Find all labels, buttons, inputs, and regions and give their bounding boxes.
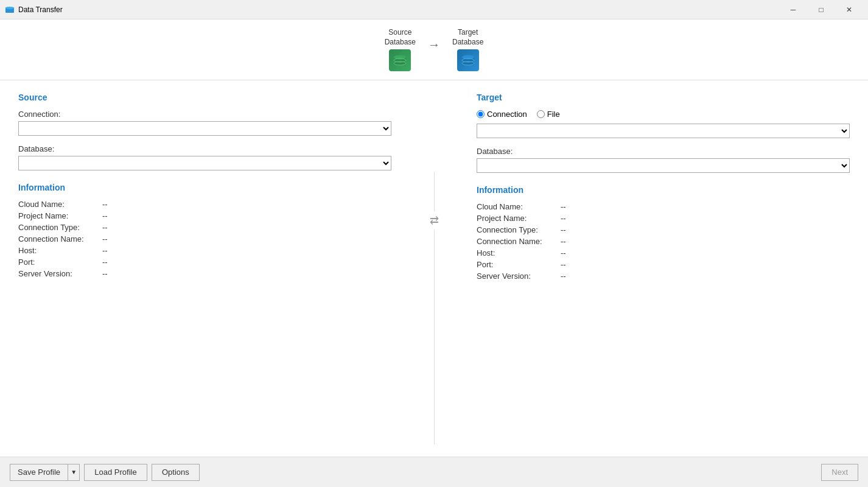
target-info-value: -- <box>561 237 566 246</box>
target-info-row: Connection Type:-- <box>477 225 850 234</box>
target-connection-group <box>477 124 850 138</box>
swap-arrow-icon: ⇄ <box>427 211 441 229</box>
target-database-select[interactable] <box>477 158 850 173</box>
source-info-row: Project Name:-- <box>18 211 391 220</box>
target-info-value: -- <box>561 214 566 223</box>
connection-radio-label: Connection <box>487 110 527 119</box>
source-info-value: -- <box>102 223 108 232</box>
target-info-key: Server Version: <box>477 272 556 281</box>
title-bar-left: Data Transfer <box>5 5 63 15</box>
minimize-button[interactable]: ─ <box>779 0 807 19</box>
source-database-group: Database: <box>18 144 391 170</box>
source-database-label: Database: <box>18 144 391 153</box>
source-database-select[interactable] <box>18 156 391 170</box>
wizard-arrow: → <box>423 38 445 52</box>
target-info-key: Connection Name: <box>477 237 556 246</box>
target-info-key: Host: <box>477 248 556 258</box>
target-info-table: Cloud Name:--Project Name:--Connection T… <box>477 202 850 281</box>
source-info-row: Connection Type:-- <box>18 223 391 232</box>
target-info-row: Cloud Name:-- <box>477 202 850 211</box>
target-database-group: Database: <box>477 147 850 173</box>
target-info-key: Project Name: <box>477 214 556 223</box>
save-profile-dropdown-button[interactable]: ▼ <box>68 464 80 481</box>
source-info-key: Host: <box>18 246 97 255</box>
svg-point-1 <box>5 7 14 9</box>
source-title: Source <box>18 93 391 102</box>
bottom-left-buttons: Save Profile ▼ Load Profile Options <box>10 464 200 481</box>
file-radio[interactable] <box>537 110 545 118</box>
bottom-bar: Save Profile ▼ Load Profile Options Next <box>0 457 868 487</box>
file-radio-label: File <box>547 110 560 119</box>
source-connection-group: Connection: <box>18 110 391 136</box>
target-step-label: TargetDatabase <box>452 28 483 47</box>
target-info-key: Connection Type: <box>477 225 556 234</box>
target-info-row: Host:-- <box>477 248 850 258</box>
source-step-label: SourceDatabase <box>385 28 416 47</box>
target-info-title: Information <box>477 185 850 195</box>
center-divider: ⇄ <box>416 93 452 444</box>
target-info-row: Server Version:-- <box>477 272 850 281</box>
source-info-table: Cloud Name:--Project Name:--Connection T… <box>18 200 391 278</box>
target-radio-group: Connection File <box>477 110 850 119</box>
source-info-key: Connection Name: <box>18 234 97 244</box>
wizard-steps: SourceDatabase → TargetDatabase <box>385 28 484 71</box>
source-connection-label: Connection: <box>18 110 391 119</box>
options-button[interactable]: Options <box>152 464 200 481</box>
target-connection-select[interactable] <box>477 124 850 138</box>
target-info-key: Port: <box>477 260 556 269</box>
maximize-button[interactable]: □ <box>807 0 835 19</box>
app-icon <box>5 5 15 15</box>
main-content: Source Connection: Database: Information… <box>0 80 868 457</box>
source-info-section: Information Cloud Name:--Project Name:--… <box>18 183 391 278</box>
source-info-key: Port: <box>18 258 97 267</box>
connection-radio[interactable] <box>477 110 485 118</box>
target-info-value: -- <box>561 225 566 234</box>
source-info-key: Server Version: <box>18 269 97 278</box>
source-info-key: Project Name: <box>18 211 97 220</box>
target-info-row: Project Name:-- <box>477 214 850 223</box>
load-profile-button[interactable]: Load Profile <box>84 464 147 481</box>
target-db-svg <box>460 52 477 69</box>
source-info-value: -- <box>102 211 108 220</box>
target-info-row: Connection Name:-- <box>477 237 850 246</box>
target-info-value: -- <box>561 260 566 269</box>
source-db-icon <box>389 49 411 71</box>
source-info-row: Host:-- <box>18 246 391 255</box>
source-info-value: -- <box>102 234 108 244</box>
source-info-title: Information <box>18 183 391 192</box>
source-info-value: -- <box>102 200 108 209</box>
source-info-row: Port:-- <box>18 258 391 267</box>
title-bar: Data Transfer ─ □ ✕ <box>0 0 868 19</box>
bottom-right-buttons: Next <box>821 464 858 481</box>
close-button[interactable]: ✕ <box>835 0 863 19</box>
target-info-value: -- <box>561 248 566 258</box>
target-title: Target <box>477 93 850 102</box>
source-info-value: -- <box>102 269 108 278</box>
target-database-label: Database: <box>477 147 850 156</box>
title-bar-controls: ─ □ ✕ <box>779 0 863 19</box>
source-db-svg <box>391 52 408 69</box>
source-info-key: Cloud Name: <box>18 200 97 209</box>
target-db-icon <box>457 49 479 71</box>
source-info-value: -- <box>102 258 108 267</box>
target-info-section: Information Cloud Name:--Project Name:--… <box>477 185 850 281</box>
save-profile-button[interactable]: Save Profile <box>10 464 68 481</box>
target-panel: Target Connection File Database: <box>452 93 850 444</box>
connection-radio-item: Connection <box>477 110 527 119</box>
target-info-value: -- <box>561 202 566 211</box>
source-info-value: -- <box>102 246 108 255</box>
target-step: TargetDatabase <box>452 28 483 71</box>
source-info-row: Server Version:-- <box>18 269 391 278</box>
source-info-key: Connection Type: <box>18 223 97 232</box>
source-step: SourceDatabase <box>385 28 416 71</box>
file-radio-item: File <box>537 110 560 119</box>
source-panel: Source Connection: Database: Information… <box>18 93 416 444</box>
window-title: Data Transfer <box>18 5 63 14</box>
source-connection-select[interactable] <box>18 121 391 136</box>
panels-container: Source Connection: Database: Information… <box>0 80 868 457</box>
target-info-row: Port:-- <box>477 260 850 269</box>
source-info-row: Connection Name:-- <box>18 234 391 244</box>
next-button[interactable]: Next <box>821 464 858 481</box>
target-info-value: -- <box>561 272 566 281</box>
source-info-row: Cloud Name:-- <box>18 200 391 209</box>
